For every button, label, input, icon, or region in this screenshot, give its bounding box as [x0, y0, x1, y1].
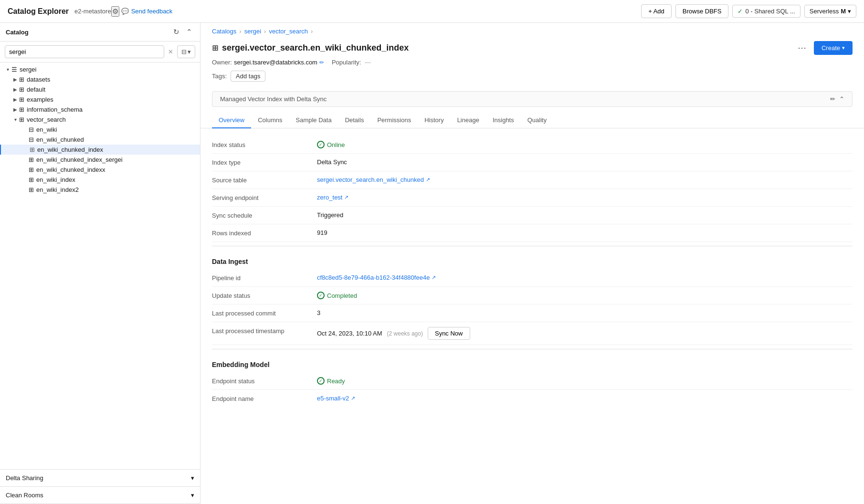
pipeline-id-link[interactable]: cf8c8ed5-8e79-466a-b162-34f4880fee4e ↗	[317, 274, 436, 281]
sync-schedule-row: Sync schedule Triggered	[212, 207, 853, 224]
tree-item-en-wiki-index[interactable]: ▶ ⊞ en_wiki_index	[0, 175, 200, 185]
refresh-icon[interactable]: ↻	[171, 27, 181, 37]
add-tags-button[interactable]: Add tags	[231, 71, 265, 82]
serverless-badge[interactable]: Serverless M ▾	[804, 5, 856, 18]
source-table-link[interactable]: sergei.vector_search.en_wiki_chunked ↗	[317, 176, 430, 183]
add-button[interactable]: + Add	[641, 4, 672, 18]
index-icon: ⊞	[30, 146, 35, 153]
table-icon: ⊟	[29, 136, 34, 143]
status-online-icon: ✓	[317, 141, 325, 148]
create-chevron-icon: ▾	[842, 45, 845, 51]
tab-insights[interactable]: Insights	[486, 113, 521, 128]
endpoint-status-value: ✓ Ready	[317, 377, 345, 385]
external-link-icon: ↗	[432, 274, 436, 281]
endpoint-status-row: Endpoint status ✓ Ready	[212, 372, 853, 390]
tab-sample-data[interactable]: Sample Data	[289, 113, 338, 128]
clean-rooms-section: Clean Rooms ▾	[0, 487, 200, 504]
tree-item-examples[interactable]: ▶ ⊞ examples	[0, 94, 200, 105]
tags-row: Tags: Add tags	[212, 71, 853, 82]
collapse-banner-icon[interactable]: ⌃	[839, 95, 844, 103]
tree-item-en-wiki-chunked[interactable]: ▶ ⊟ en_wiki_chunked	[0, 135, 200, 145]
app-title: Catalog Explorer	[8, 7, 69, 16]
overview-body: Index status ✓ Online Index type Delta S…	[200, 128, 864, 415]
index-icon: ⊞	[29, 156, 34, 163]
filter-chevron: ▾	[188, 48, 191, 55]
tree-item-en-wiki-chunked-index-sergei[interactable]: ▶ ⊞ en_wiki_chunked_index_sergei	[0, 155, 200, 165]
index-type-row: Index type Delta Sync	[212, 154, 853, 171]
main-layout: Catalog ↻ ⌃ ✕ ⊟ ▾ ▾ ☰ sergei ▶	[0, 23, 864, 504]
cluster-check-icon: ✓	[738, 8, 743, 15]
index-type-value: Delta Sync	[317, 158, 347, 166]
data-ingest-title: Data Ingest	[212, 250, 853, 269]
create-button[interactable]: Create ▾	[814, 41, 853, 55]
tab-history[interactable]: History	[418, 113, 450, 128]
catalog-icon: ☰	[11, 66, 17, 73]
tree-item-information-schema[interactable]: ▶ ⊞ information_schema	[0, 105, 200, 115]
delta-sharing-header[interactable]: Delta Sharing ▾	[0, 470, 200, 486]
expand-icon: ▶	[11, 87, 19, 92]
serving-endpoint-link[interactable]: zero_test ↗	[317, 194, 348, 201]
rows-indexed-row: Rows indexed 919	[212, 224, 853, 242]
sidebar-header: Catalog ↻ ⌃	[0, 23, 200, 42]
clean-rooms-header[interactable]: Clean Rooms ▾	[0, 487, 200, 504]
tab-quality[interactable]: Quality	[521, 113, 553, 128]
tree-item-sergei[interactable]: ▾ ☰ sergei	[0, 64, 200, 74]
expand-icon: ▾	[11, 117, 19, 122]
embedding-model-title: Embedding Model	[212, 353, 853, 372]
tab-lineage[interactable]: Lineage	[451, 113, 486, 128]
cluster-selector[interactable]: ✓ 0 - Shared SQL ...	[732, 5, 800, 18]
update-status-row: Update status ✓ Completed	[212, 287, 853, 304]
content-area: Catalogs › sergei › vector_search › ⊞ se…	[200, 23, 864, 504]
schema-icon: ⊞	[19, 86, 24, 93]
external-link-icon: ↗	[351, 395, 355, 401]
search-input[interactable]	[5, 45, 164, 58]
index-status-value: ✓ Online	[317, 141, 345, 148]
edit-owner-icon[interactable]: ✏	[319, 59, 324, 66]
workspace-name: e2-metastore	[74, 8, 111, 15]
endpoint-name-link[interactable]: e5-small-v2 ↗	[317, 395, 355, 402]
last-timestamp-row: Last processed timestamp Oct 24, 2023, 1…	[212, 322, 853, 345]
settings-icon[interactable]: ⚙	[111, 6, 119, 17]
more-options-button[interactable]: ⋯	[794, 41, 810, 55]
external-link-icon: ↗	[344, 194, 348, 200]
index-icon: ⊞	[29, 166, 34, 173]
expand-icon: ▶	[11, 77, 19, 82]
breadcrumb-sep-3: ›	[311, 28, 313, 35]
tree-item-default[interactable]: ▶ ⊞ default	[0, 84, 200, 94]
source-table-row: Source table sergei.vector_search.en_wik…	[212, 171, 853, 189]
divider-2	[212, 349, 853, 349]
tree-item-en-wiki-chunked-indexx[interactable]: ▶ ⊞ en_wiki_chunked_indexx	[0, 165, 200, 175]
divider-1	[212, 246, 853, 246]
tree-item-vector-search[interactable]: ▾ ⊞ vector_search	[0, 115, 200, 125]
feedback-button[interactable]: 💬 Send feedback	[121, 8, 173, 15]
browse-dbfs-button[interactable]: Browse DBFS	[675, 4, 729, 18]
breadcrumb-vector-search[interactable]: vector_search	[269, 28, 308, 35]
last-timestamp-value: Oct 24, 2023, 10:10 AM (2 weeks ago) Syn…	[317, 327, 470, 340]
tab-columns[interactable]: Columns	[251, 113, 289, 128]
tab-overview[interactable]: Overview	[212, 113, 251, 128]
status-ready-icon: ✓	[317, 377, 325, 385]
collapse-icon[interactable]: ⌃	[184, 27, 194, 37]
tree-item-en-wiki[interactable]: ▶ ⊟ en_wiki	[0, 125, 200, 135]
index-status-row: Index status ✓ Online	[212, 136, 853, 154]
sidebar-header-actions: ↻ ⌃	[171, 27, 194, 37]
schema-icon: ⊞	[19, 116, 24, 123]
sync-now-button[interactable]: Sync Now	[428, 327, 470, 340]
clean-rooms-chevron: ▾	[191, 492, 194, 499]
tab-permissions[interactable]: Permissions	[370, 113, 418, 128]
content-header: ⊞ sergei.vector_search.en_wiki_chunked_i…	[200, 38, 864, 87]
schema-icon: ⊞	[19, 96, 24, 103]
vector-banner: Managed Vector Index with Delta Sync ✏ ⌃	[212, 91, 853, 107]
filter-button[interactable]: ⊟ ▾	[177, 45, 195, 58]
tree-item-en-wiki-index2[interactable]: ▶ ⊞ en_wiki_index2	[0, 185, 200, 195]
owner-info: Owner: sergei.tsarev@databricks.com ✏	[212, 59, 324, 66]
breadcrumb-catalogs[interactable]: Catalogs	[212, 28, 236, 35]
tree-item-datasets[interactable]: ▶ ⊞ datasets	[0, 74, 200, 84]
filter-icon: ⊟	[181, 48, 187, 55]
tab-details[interactable]: Details	[338, 113, 371, 128]
breadcrumb-sergei[interactable]: sergei	[244, 28, 261, 35]
external-link-icon: ↗	[426, 177, 430, 183]
search-clear-button[interactable]: ✕	[166, 47, 175, 56]
tree-item-en-wiki-chunked-index[interactable]: ▶ ⊞ en_wiki_chunked_index	[0, 145, 200, 155]
edit-banner-icon[interactable]: ✏	[830, 95, 835, 103]
